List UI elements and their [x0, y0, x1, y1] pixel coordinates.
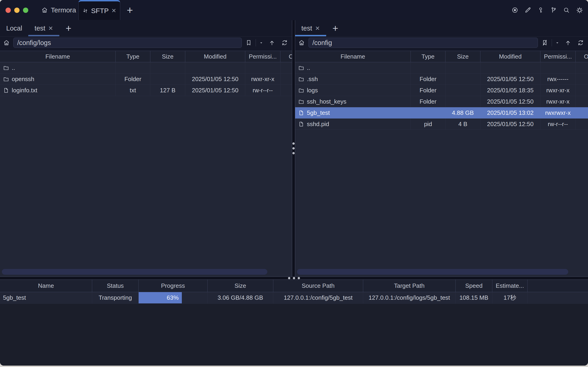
- close-window-button[interactable]: [6, 8, 11, 13]
- column-header-modified[interactable]: Modified: [480, 51, 540, 62]
- tab-sftp[interactable]: SFTP ✕: [78, 0, 120, 20]
- file-row[interactable]: sshd.pid pid 4 B 2025/01/05 12:50 rw-r--…: [295, 118, 588, 130]
- tab-local[interactable]: Local: [0, 20, 28, 36]
- splitter-grip-dot: [292, 147, 295, 150]
- file-row[interactable]: openssh Folder 2025/01/05 12:50 rwxr-xr-…: [0, 74, 292, 85]
- right-path-input[interactable]: [309, 38, 538, 48]
- minimize-window-button[interactable]: [14, 8, 19, 13]
- column-header-filename[interactable]: Filename: [0, 51, 116, 62]
- new-session-tab-button[interactable]: +: [329, 20, 341, 36]
- file-modified: 2025/01/05 18:35: [480, 85, 540, 96]
- branch-icon[interactable]: [550, 7, 557, 14]
- file-name: ..: [307, 64, 310, 71]
- folder-icon: [298, 99, 304, 105]
- file-permissions: rwxr-xr-x: [540, 85, 576, 96]
- transfer-row[interactable]: 5gb_test Transporting 63% 3.06 GB/4.88 G…: [0, 292, 588, 304]
- edit-pencil-icon[interactable]: [524, 7, 531, 14]
- file-permissions: rwxr-xr-x: [245, 74, 281, 84]
- transfer-panel-splitter[interactable]: [0, 276, 588, 280]
- new-session-tab-button[interactable]: +: [62, 20, 75, 36]
- tab-local-label: Local: [6, 25, 22, 32]
- pane-splitter-vertical[interactable]: [292, 20, 295, 276]
- file-name: ..: [12, 64, 15, 71]
- file-permissions: rwxrwxr-x: [540, 107, 576, 118]
- close-sftp-tab-icon[interactable]: ✕: [111, 7, 116, 14]
- file-row[interactable]: .ssh Folder 2025/01/05 12:50 rwx------: [295, 74, 588, 85]
- file-name: sshd.pid: [307, 121, 329, 128]
- search-icon[interactable]: [563, 7, 570, 14]
- bookmark-dropdown-icon[interactable]: [555, 41, 559, 45]
- refresh-icon[interactable]: [577, 39, 584, 46]
- column-header-owner[interactable]: Owner: [576, 51, 588, 62]
- file-row[interactable]: ..: [295, 62, 588, 74]
- column-header-source-path[interactable]: Source Path: [273, 280, 363, 292]
- bookmark-slash-icon[interactable]: [541, 39, 548, 46]
- refresh-icon[interactable]: [281, 39, 288, 46]
- column-header-size[interactable]: Size: [150, 51, 185, 62]
- parent-directory-icon[interactable]: [268, 39, 275, 46]
- column-header-permissions[interactable]: Permissi...: [245, 51, 281, 62]
- column-header-status[interactable]: Status: [92, 280, 139, 292]
- transfer-status: Transporting: [92, 292, 139, 303]
- column-header-progress[interactable]: Progress: [139, 280, 208, 292]
- file-icon: [3, 87, 9, 93]
- home-icon: [41, 7, 48, 14]
- key-icon[interactable]: [537, 7, 544, 14]
- splitter-grip-dot: [298, 277, 300, 279]
- file-row[interactable]: logs Folder 2025/01/05 18:35 rwxr-xr-x: [295, 85, 588, 96]
- column-header-name[interactable]: Name: [0, 280, 92, 292]
- column-header-estimate[interactable]: Estimate...: [492, 280, 528, 292]
- file-type: Folder: [411, 74, 445, 84]
- close-tab-icon[interactable]: ✕: [315, 25, 320, 32]
- tab-termora-home[interactable]: Termora: [41, 6, 76, 14]
- right-file-table: Filename Type Size Modified Permissi... …: [295, 51, 588, 276]
- file-owner: [281, 62, 292, 73]
- right-horizontal-scrollbar[interactable]: [297, 269, 568, 275]
- column-header-modified[interactable]: Modified: [185, 51, 245, 62]
- file-size: 4.88 GB: [445, 107, 480, 118]
- home-button[interactable]: [3, 39, 10, 46]
- column-header-filename[interactable]: Filename: [295, 51, 411, 62]
- left-toolbar: [0, 36, 292, 51]
- bookmark-dropdown-icon[interactable]: [259, 41, 263, 45]
- file-name: openssh: [12, 75, 34, 83]
- column-header-permissions[interactable]: Permissi...: [540, 51, 576, 62]
- home-button[interactable]: [298, 39, 305, 46]
- file-row[interactable]: loginfo.txt txt 127 B 2025/01/05 12:50 r…: [0, 85, 292, 96]
- parent-directory-icon[interactable]: [564, 39, 571, 46]
- right-path-field: [308, 38, 538, 48]
- column-header-target-path[interactable]: Target Path: [363, 280, 456, 292]
- record-icon[interactable]: [511, 7, 518, 14]
- tab-test-right[interactable]: test ✕: [295, 20, 326, 36]
- column-header-type[interactable]: Type: [116, 51, 150, 62]
- tab-test-label: test: [301, 25, 312, 32]
- close-tab-icon[interactable]: ✕: [48, 25, 53, 32]
- left-horizontal-scrollbar[interactable]: [2, 269, 267, 275]
- settings-gear-icon[interactable]: [576, 6, 583, 14]
- toolbar-separator: [256, 39, 256, 46]
- file-row[interactable]: 5gb_test 4.88 GB 2025/01/05 13:02 rwxrwx…: [295, 107, 588, 118]
- left-path-field: [13, 38, 242, 48]
- file-name: .ssh: [307, 75, 318, 83]
- file-modified: [185, 62, 245, 73]
- column-header-speed[interactable]: Speed: [456, 280, 492, 292]
- column-header-size[interactable]: Size: [445, 51, 480, 62]
- file-type: [116, 62, 150, 73]
- bookmark-icon[interactable]: [245, 39, 252, 46]
- column-header-owner[interactable]: Owner: [281, 51, 292, 62]
- right-table-rows: .. .ssh: [295, 62, 588, 130]
- zoom-window-button[interactable]: [23, 8, 28, 13]
- folder-icon: [3, 76, 9, 82]
- column-header-size[interactable]: Size: [208, 280, 273, 292]
- left-path-input[interactable]: [14, 38, 242, 48]
- file-type: Folder: [411, 96, 445, 107]
- new-main-tab-button[interactable]: +: [125, 5, 135, 15]
- file-type: txt: [116, 85, 150, 96]
- file-row[interactable]: ..: [0, 62, 292, 74]
- file-row[interactable]: ssh_host_keys Folder 2025/01/05 12:50 rw…: [295, 96, 588, 107]
- file-permissions: [540, 62, 576, 73]
- column-header-type[interactable]: Type: [411, 51, 445, 62]
- tab-test-left[interactable]: test ✕: [28, 20, 59, 36]
- transfer-source-path: 127.0.0.1:/config/5gb_test: [273, 292, 363, 303]
- splitter-grip-dot: [288, 277, 290, 279]
